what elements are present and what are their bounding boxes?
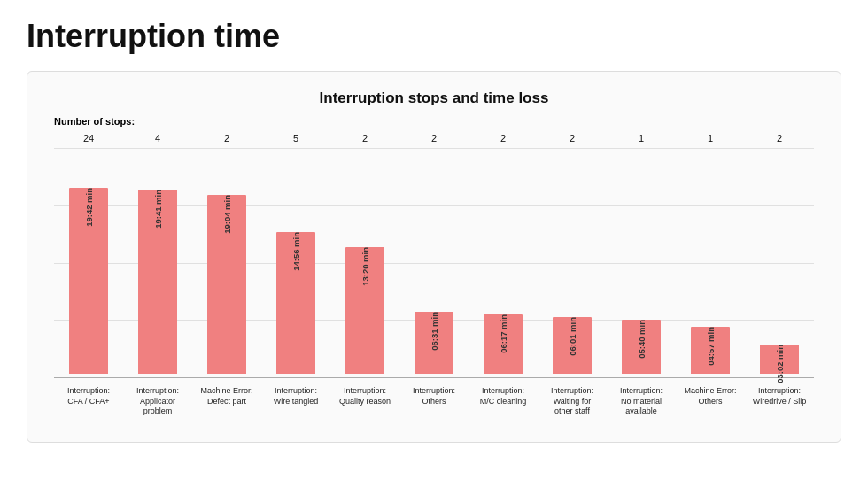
x-label-machine-error-defect: Machine Error:Defect part — [192, 386, 261, 417]
x-label-machine-error-others: Machine Error:Others — [676, 386, 745, 417]
bar-time-wiredrive: 03:02 min — [775, 345, 785, 386]
x-label-wire-tangled: Interruption:Wire tangled — [261, 386, 330, 417]
stop-count-mc-cleaning: 2 — [469, 133, 538, 143]
bar-group-others1: 06:31 min — [399, 179, 469, 374]
x-label-quality-reason: Interruption:Quality reason — [330, 386, 399, 417]
x-label-waiting-other: Interruption:Waiting forother staff — [538, 386, 607, 417]
bar-group-wiredrive: 03:02 min — [745, 179, 814, 374]
x-label-mc-cleaning: Interruption:M/C cleaning — [469, 386, 538, 417]
bar-group-no-material: 05:40 min — [607, 179, 676, 374]
stop-count-quality-reason: 2 — [330, 133, 399, 143]
bar-group-cfa: 19:42 min — [54, 179, 123, 374]
bar-group-wire-tangled: 14:56 min — [261, 179, 330, 374]
stop-count-others1: 2 — [399, 133, 469, 143]
stop-count-machine-error-others: 1 — [676, 133, 745, 143]
stop-counts-row: 244252222112 — [54, 128, 814, 148]
num-stops-label: Number of stops: — [54, 116, 135, 127]
page-title: Interruption time — [27, 18, 841, 55]
bar-time-mc-cleaning: 06:17 min — [499, 314, 508, 356]
bar-others1: 06:31 min — [415, 312, 453, 374]
stop-count-applicator: 4 — [123, 133, 192, 143]
bars-row: 19:42 min19:41 min19:04 min14:56 min13:2… — [54, 148, 814, 374]
bar-mc-cleaning: 06:17 min — [484, 314, 523, 374]
bar-no-material: 05:40 min — [622, 320, 661, 374]
bar-group-machine-error-others: 04:57 min — [676, 179, 745, 374]
bar-time-cfa: 19:42 min — [84, 188, 94, 229]
bar-time-others1: 06:31 min — [430, 312, 439, 353]
bar-time-machine-error-others: 04:57 min — [706, 327, 716, 368]
bar-group-applicator: 19:41 min — [123, 179, 192, 374]
x-label-no-material: Interruption:No materialavailable — [607, 386, 676, 417]
x-labels-row: Interruption:CFA / CFA+Interruption:Appl… — [54, 382, 814, 417]
bar-time-quality-reason: 13:20 min — [360, 247, 370, 289]
bar-machine-error-others: 04:57 min — [691, 327, 730, 374]
bar-time-waiting-other: 06:01 min — [568, 317, 577, 359]
stop-count-wire-tangled: 5 — [261, 133, 330, 143]
bar-cfa: 19:42 min — [69, 188, 108, 374]
bar-applicator: 19:41 min — [138, 190, 177, 374]
bar-group-waiting-other: 06:01 min — [538, 179, 607, 374]
bar-group-quality-reason: 13:20 min — [330, 179, 399, 374]
bar-quality-reason: 13:20 min — [345, 247, 384, 374]
x-label-cfa: Interruption:CFA / CFA+ — [54, 386, 123, 417]
stop-count-wiredrive: 2 — [745, 133, 814, 143]
chart-title: Interruption stops and time loss — [54, 89, 814, 107]
bar-group-machine-error-defect: 19:04 min — [192, 179, 261, 374]
chart-container: Interruption stops and time loss Number … — [27, 71, 841, 443]
bar-time-no-material: 05:40 min — [637, 320, 647, 361]
bar-machine-error-defect: 19:04 min — [207, 195, 246, 374]
bar-time-wire-tangled: 14:56 min — [291, 232, 301, 274]
x-label-others1: Interruption:Others — [399, 386, 469, 417]
bar-wire-tangled: 14:56 min — [276, 232, 315, 374]
x-label-wiredrive: Interruption:Wiredrive / Slip — [745, 386, 814, 417]
page: Interruption time Interruption stops and… — [0, 0, 868, 488]
stop-count-machine-error-defect: 2 — [192, 133, 261, 143]
stop-count-no-material: 1 — [607, 133, 676, 143]
stop-count-cfa: 24 — [54, 133, 123, 143]
stop-count-waiting-other: 2 — [538, 133, 607, 143]
bar-wiredrive: 03:02 min — [760, 345, 799, 374]
x-label-applicator: Interruption:Applicatorproblem — [123, 386, 192, 417]
bar-time-machine-error-defect: 19:04 min — [222, 195, 232, 236]
bar-group-mc-cleaning: 06:17 min — [469, 179, 538, 374]
bar-waiting-other: 06:01 min — [553, 317, 592, 374]
bar-time-applicator: 19:41 min — [153, 190, 163, 231]
